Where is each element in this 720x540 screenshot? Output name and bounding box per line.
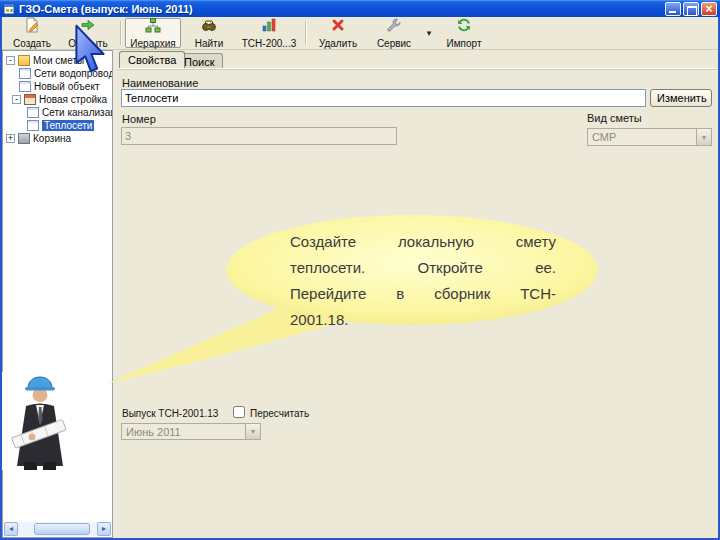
- app-icon: [3, 3, 15, 15]
- tree-horizontal-scrollbar[interactable]: [4, 522, 111, 536]
- cursor-arrow-icon: [74, 24, 108, 76]
- tsn-button[interactable]: ТСН-200...3: [237, 18, 301, 48]
- release-period-select[interactable]: Июнь 2011: [121, 423, 261, 440]
- estimate-document-icon: [27, 120, 39, 131]
- bubble-line: 2001.18.: [290, 307, 556, 333]
- tree-item-heating-networks[interactable]: Теплосети: [3, 119, 112, 132]
- estimate-kind-select[interactable]: СМР: [587, 128, 712, 146]
- presenter-photo: [2, 372, 94, 470]
- toolbar: Создать Открыть Иерархия Найти ТСН-200..…: [2, 17, 718, 50]
- service-wrench-icon: [386, 17, 402, 37]
- recycle-bin-icon: [18, 133, 30, 144]
- toolbar-separator: [305, 21, 306, 45]
- bubble-line: Перейдите в сборник ТСН-: [290, 281, 556, 307]
- delete-button[interactable]: Удалить: [310, 18, 366, 48]
- tab-properties[interactable]: Свойства: [119, 51, 185, 68]
- estimate-document-icon: [19, 81, 31, 92]
- tsn-chart-icon: [261, 17, 277, 37]
- tsn-release-label: Выпуск ТСН-2001.13: [122, 408, 218, 419]
- service-menu-arrow-icon[interactable]: [422, 18, 436, 48]
- speech-bubble-text: Создайте локальную смету теплосети. Откр…: [290, 229, 556, 333]
- number-input[interactable]: [121, 127, 397, 145]
- create-button[interactable]: Создать: [4, 18, 60, 48]
- tree-item-recycle-bin[interactable]: Корзина: [3, 132, 112, 145]
- change-button[interactable]: Изменить: [650, 89, 712, 107]
- name-input[interactable]: [121, 89, 646, 107]
- estimate-document-icon: [19, 68, 31, 79]
- estimate-document-icon: [27, 107, 39, 118]
- estimate-kind-label: Вид сметы: [587, 112, 642, 124]
- create-button-label: Создать: [13, 38, 51, 49]
- import-button-label: Импорт: [447, 38, 482, 49]
- window-title: ГЗО-Смета (выпуск: Июнь 2011): [19, 3, 193, 15]
- scroll-right-icon[interactable]: [97, 522, 111, 536]
- tree-item-new-construction[interactable]: Новая стройка: [3, 93, 112, 106]
- scroll-left-icon[interactable]: [4, 522, 18, 536]
- bubble-line: теплосети. Откройте ее.: [290, 255, 556, 281]
- tab-strip-divider: [117, 68, 718, 69]
- hierarchy-button-label: Иерархия: [130, 38, 175, 49]
- title-bar: ГЗО-Смета (выпуск: Июнь 2011): [0, 0, 720, 17]
- building-icon: [24, 94, 36, 105]
- tsn-button-label: ТСН-200...3: [242, 38, 296, 49]
- release-period-value: Июнь 2011: [126, 426, 181, 438]
- recalculate-checkbox[interactable]: [233, 406, 245, 418]
- tree-item-sewer-networks[interactable]: Сети канализации: [3, 106, 112, 119]
- toolbar-separator: [120, 21, 121, 45]
- hierarchy-icon: [145, 17, 161, 37]
- find-button-label: Найти: [195, 38, 224, 49]
- find-button[interactable]: Найти: [181, 18, 237, 48]
- binoculars-icon: [201, 17, 217, 37]
- import-button[interactable]: Импорт: [436, 18, 492, 48]
- delete-button-label: Удалить: [319, 38, 357, 49]
- close-icon[interactable]: [701, 2, 717, 16]
- estimate-kind-value: СМР: [592, 131, 616, 143]
- import-refresh-icon: [456, 17, 472, 37]
- collapse-icon[interactable]: [12, 95, 21, 104]
- recalculate-label: Пересчитать: [250, 408, 309, 419]
- collapse-icon[interactable]: [6, 56, 15, 65]
- chevron-down-icon[interactable]: [245, 424, 260, 439]
- service-button-label: Сервис: [377, 38, 411, 49]
- minimize-icon[interactable]: [665, 2, 681, 16]
- name-field-label: Наименование: [122, 77, 198, 89]
- bubble-line: Создайте локальную смету: [290, 229, 556, 255]
- expand-icon[interactable]: [6, 134, 15, 143]
- number-field-label: Номер: [122, 113, 156, 125]
- scrollbar-thumb[interactable]: [34, 523, 90, 535]
- maximize-icon[interactable]: [683, 2, 699, 16]
- chevron-down-icon[interactable]: [696, 129, 711, 145]
- delete-x-icon: [330, 17, 346, 37]
- new-document-icon: [24, 17, 40, 37]
- service-button[interactable]: Сервис: [366, 18, 422, 48]
- hierarchy-button[interactable]: Иерархия: [125, 18, 181, 48]
- folder-icon: [18, 55, 30, 66]
- tree-item-new-object[interactable]: Новый объект: [3, 80, 112, 93]
